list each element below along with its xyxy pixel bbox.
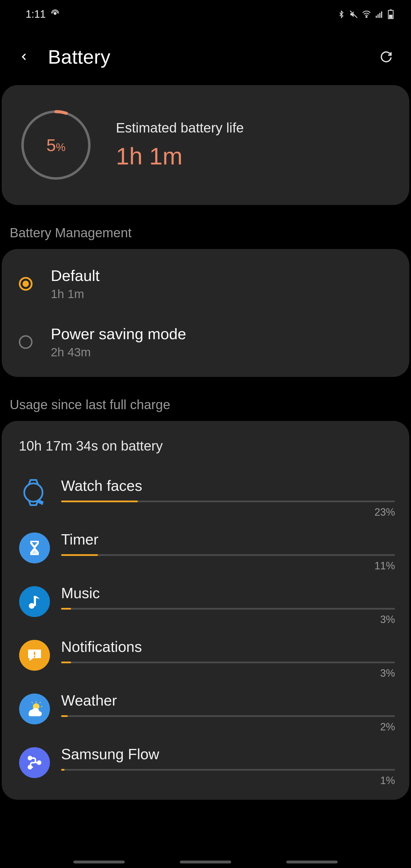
flow-icon xyxy=(16,745,53,778)
battery-management-card: Default 1h 1m Power saving mode 2h 43m xyxy=(2,249,409,377)
mode-sub: 1h 1m xyxy=(51,287,100,301)
usage-bar xyxy=(61,608,395,610)
back-button[interactable] xyxy=(17,50,31,64)
usage-percent: 11% xyxy=(61,560,395,572)
nav-recent[interactable] xyxy=(73,861,125,863)
usage-percent: 23% xyxy=(61,506,395,518)
svg-rect-7 xyxy=(381,11,382,18)
usage-summary: 10h 17m 34s on battery xyxy=(16,438,395,454)
radio-unselected-icon xyxy=(19,335,33,349)
page-title: Battery xyxy=(48,46,378,68)
estimated-life-value: 1h 1m xyxy=(116,143,244,170)
usage-app-name: Weather xyxy=(61,692,395,709)
svg-point-14 xyxy=(29,603,35,609)
usage-app-name: Watch faces xyxy=(61,477,395,494)
app-header: Battery xyxy=(0,29,411,85)
svg-point-3 xyxy=(366,16,367,18)
signal-icon xyxy=(375,10,384,19)
section-usage: Usage since last full charge xyxy=(0,388,411,421)
svg-rect-5 xyxy=(378,14,379,18)
svg-rect-17 xyxy=(34,656,35,657)
podcast-icon xyxy=(51,8,59,20)
battery-ring: 5% xyxy=(19,108,93,182)
usage-row[interactable]: Samsung Flow1% xyxy=(16,739,395,793)
mode-name: Default xyxy=(51,267,100,284)
svg-rect-10 xyxy=(389,15,392,18)
sun-cloud-icon xyxy=(16,692,53,724)
battery-percent-value: 5 xyxy=(46,135,56,155)
svg-rect-16 xyxy=(34,652,35,656)
usage-app-name: Music xyxy=(61,585,395,601)
usage-row[interactable]: Music3% xyxy=(16,578,395,632)
estimated-life-label: Estimated battery life xyxy=(116,120,244,135)
nav-bar xyxy=(0,861,411,863)
usage-bar xyxy=(61,715,395,717)
mode-option-power-saving[interactable]: Power saving mode 2h 43m xyxy=(13,313,398,371)
usage-app-name: Timer xyxy=(61,531,395,548)
nav-home[interactable] xyxy=(180,861,231,863)
usage-bar xyxy=(61,661,395,663)
hourglass-icon xyxy=(16,531,53,563)
svg-line-21 xyxy=(40,702,40,703)
svg-point-0 xyxy=(54,12,56,14)
usage-row[interactable]: Weather2% xyxy=(16,686,395,739)
mute-icon xyxy=(349,10,358,19)
usage-row[interactable]: Timer11% xyxy=(16,525,395,578)
svg-line-22 xyxy=(32,702,33,703)
refresh-button[interactable] xyxy=(378,49,394,65)
status-time: 1:11 xyxy=(26,8,46,20)
usage-bar xyxy=(61,500,395,502)
svg-rect-4 xyxy=(376,16,377,18)
music-note-icon xyxy=(16,585,53,617)
svg-rect-6 xyxy=(379,13,380,18)
watch-face-icon xyxy=(16,477,53,506)
section-battery-management: Battery Management xyxy=(0,216,411,249)
usage-bar xyxy=(61,554,395,556)
usage-app-name: Samsung Flow xyxy=(61,745,395,763)
battery-percent-unit: % xyxy=(56,141,66,153)
wifi-icon xyxy=(362,10,371,19)
svg-point-13 xyxy=(24,484,42,502)
mode-name: Power saving mode xyxy=(51,325,186,343)
usage-row[interactable]: Watch faces23% xyxy=(16,471,395,525)
usage-row[interactable]: Notifications3% xyxy=(16,632,395,686)
battery-icon xyxy=(388,9,394,19)
usage-percent: 1% xyxy=(61,775,395,786)
status-bar: 1:11 xyxy=(0,0,411,29)
battery-summary-card[interactable]: 5% Estimated battery life 1h 1m xyxy=(2,85,409,205)
mode-sub: 2h 43m xyxy=(51,345,186,359)
usage-percent: 3% xyxy=(61,614,395,626)
nav-back[interactable] xyxy=(286,861,338,863)
usage-bar xyxy=(61,769,395,771)
usage-card: 10h 17m 34s on battery Watch faces23% Ti… xyxy=(2,421,409,800)
bluetooth-icon xyxy=(337,10,345,18)
speech-alert-icon xyxy=(16,638,53,671)
usage-percent: 2% xyxy=(61,721,395,733)
usage-app-name: Notifications xyxy=(61,638,395,655)
mode-option-default[interactable]: Default 1h 1m xyxy=(13,255,398,313)
usage-percent: 3% xyxy=(61,667,395,679)
radio-selected-icon xyxy=(19,277,33,291)
